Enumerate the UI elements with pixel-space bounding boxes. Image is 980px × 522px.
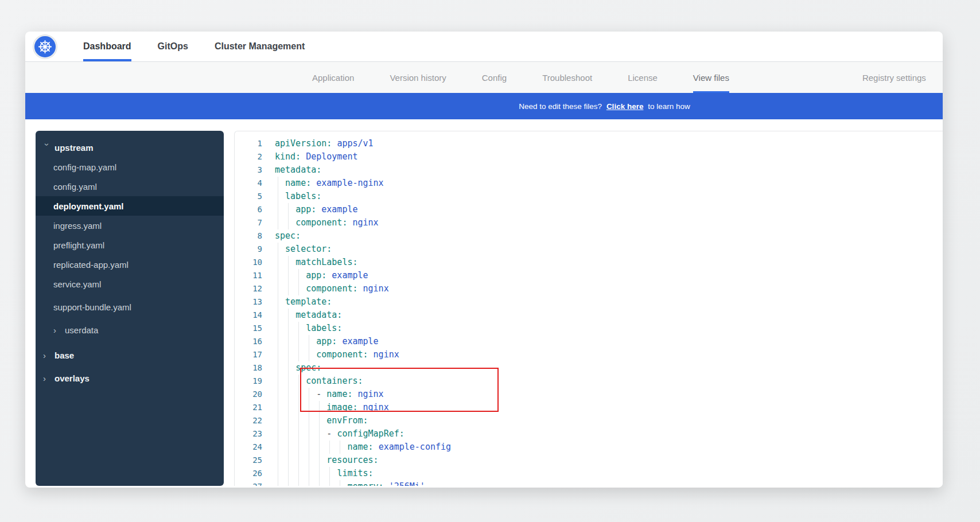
tab-view-files[interactable]: View files (693, 62, 729, 93)
tree-item-label: config.yaml (53, 182, 97, 192)
indent-guide (309, 480, 309, 486)
tab-registry-settings[interactable]: Registry settings (862, 62, 926, 93)
code-text: resources: (275, 455, 379, 465)
code-text: name: example-config (275, 442, 451, 452)
indent-guide (278, 454, 278, 467)
line-number: 16 (235, 335, 275, 348)
tree-item-config-yaml[interactable]: config.yaml (36, 177, 224, 196)
edit-files-banner: Need to edit these files? Click here to … (25, 93, 943, 119)
code-line-13: 13 template: (235, 295, 943, 309)
code-text: selector: (275, 244, 332, 254)
indent-guide (278, 256, 278, 269)
line-number: 17 (235, 348, 275, 361)
tree-item-userdata[interactable]: ›userdata (36, 320, 224, 340)
admin-console-window: DashboardGitOpsCluster Management Applic… (25, 32, 943, 488)
yaml-code-editor[interactable]: 1apiVersion: apps/v12kind: Deployment3me… (234, 131, 943, 486)
indent-guide (319, 441, 320, 454)
code-line-8: 8spec: (235, 229, 943, 243)
line-number: 5 (235, 190, 275, 203)
indent-guide (288, 414, 289, 427)
code-text: labels: (275, 191, 321, 201)
indent-guide (278, 216, 278, 229)
indent-guide (288, 348, 289, 361)
tree-item-support-bundle-yaml[interactable]: support-bundle.yaml (36, 297, 224, 317)
indent-guide (298, 467, 299, 480)
line-number: 12 (235, 282, 275, 295)
tree-item-overlays[interactable]: ›overlays (36, 368, 224, 388)
tab-license[interactable]: License (628, 62, 658, 93)
indent-guide (288, 335, 289, 348)
line-number: 27 (235, 480, 275, 486)
code-text: metadata: (275, 310, 342, 320)
indent-guide (288, 203, 289, 216)
tree-item-label: config-map.yaml (53, 162, 116, 172)
indent-guide (309, 427, 309, 441)
code-text: metadata: (275, 165, 321, 175)
code-text: app: example (275, 270, 368, 281)
indent-guide (309, 441, 309, 454)
tab-application[interactable]: Application (312, 62, 354, 93)
code-line-9: 9 selector: (235, 243, 943, 256)
code-text: envFrom: (275, 415, 368, 426)
indent-guide (278, 375, 278, 388)
tree-item-label: support-bundle.yaml (53, 302, 131, 312)
line-number: 6 (235, 203, 275, 216)
top-tab-dashboard[interactable]: Dashboard (83, 32, 131, 61)
code-text: spec: (275, 231, 301, 241)
click-here-link[interactable]: Click here (606, 102, 644, 111)
tree-item-base[interactable]: ›base (36, 345, 224, 365)
indent-guide (278, 467, 278, 480)
indent-guide (278, 335, 278, 348)
tree-item-config-map-yaml[interactable]: config-map.yaml (36, 157, 224, 177)
top-tab-cluster-management[interactable]: Cluster Management (215, 32, 305, 61)
indent-guide (288, 216, 289, 229)
indent-guide (288, 401, 289, 414)
chevron-right-icon: › (43, 351, 51, 360)
indent-guide (319, 414, 320, 427)
indent-guide (288, 375, 289, 388)
indent-guide (278, 203, 278, 216)
tree-item-service-yaml[interactable]: service.yaml (36, 274, 224, 294)
code-text: component: nginx (275, 283, 389, 294)
indent-guide (298, 269, 299, 282)
code-line-18: 18 spec: (235, 361, 943, 375)
line-number: 1 (235, 137, 275, 150)
code-line-27: 27 memory: '256Mi' (235, 480, 943, 486)
indent-guide (298, 388, 299, 401)
top-tab-gitops[interactable]: GitOps (158, 32, 188, 61)
code-line-6: 6 app: example (235, 203, 943, 216)
line-number: 13 (235, 295, 275, 309)
indent-guide (288, 322, 289, 335)
indent-guide (298, 427, 299, 441)
tab-version-history[interactable]: Version history (390, 62, 446, 93)
code-text: app: example (275, 204, 358, 215)
code-text: - name: nginx (275, 389, 384, 399)
indent-guide (319, 427, 320, 441)
code-line-26: 26 limits: (235, 467, 943, 480)
tree-item-ingress-yaml[interactable]: ingress.yaml (36, 216, 224, 235)
tab-config[interactable]: Config (482, 62, 507, 93)
indent-guide (340, 441, 340, 454)
banner-text-pre: Need to edit these files? (519, 102, 602, 111)
code-line-21: 21 image: nginx (235, 401, 943, 414)
chevron-right-icon: › (53, 326, 61, 334)
indent-guide (288, 309, 289, 322)
chevron-right-icon: › (43, 374, 51, 383)
tree-item-upstream[interactable]: ›upstream (36, 138, 224, 157)
banner-message: Need to edit these files? Click here to … (266, 102, 943, 111)
content-area: ›upstreamconfig-map.yamlconfig.yamldeplo… (25, 119, 943, 488)
tree-item-preflight-yaml[interactable]: preflight.yaml (36, 235, 224, 255)
indent-guide (309, 348, 309, 361)
tree-item-replicated-app-yaml[interactable]: replicated-app.yaml (36, 255, 224, 274)
kubernetes-logo-icon (33, 35, 57, 59)
indent-guide (288, 441, 289, 454)
indent-guide (319, 480, 320, 486)
code-line-3: 3metadata: (235, 163, 943, 177)
line-number: 10 (235, 256, 275, 269)
indent-guide (278, 348, 278, 361)
indent-guide (288, 388, 289, 401)
tab-troubleshoot[interactable]: Troubleshoot (542, 62, 592, 93)
indent-guide (298, 348, 299, 361)
indent-guide (278, 177, 278, 190)
tree-item-deployment-yaml[interactable]: deployment.yaml (36, 196, 224, 216)
